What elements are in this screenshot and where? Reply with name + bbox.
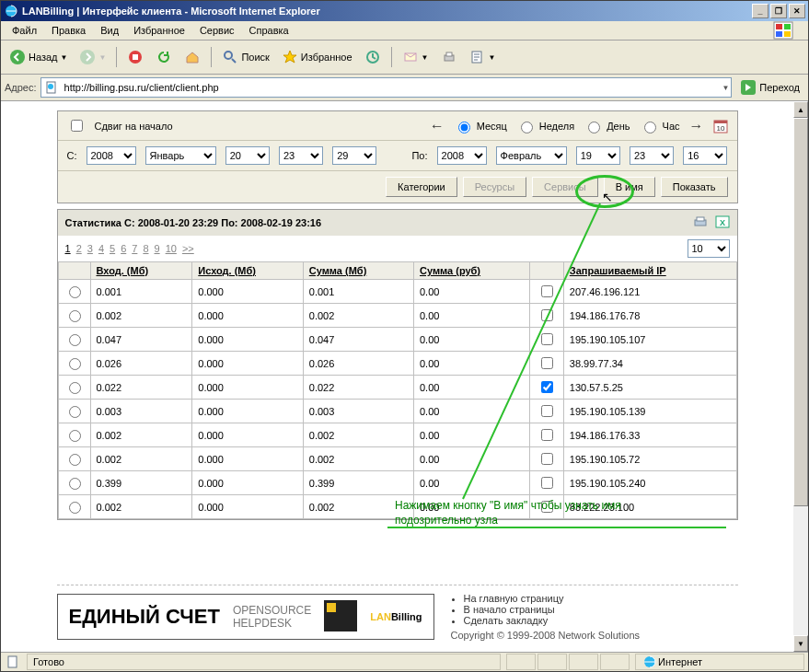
- row-checkbox[interactable]: [541, 405, 553, 417]
- row-checkbox[interactable]: [541, 357, 553, 369]
- period-week[interactable]: Неделя: [516, 119, 574, 133]
- url-input[interactable]: [63, 81, 720, 94]
- back-button[interactable]: Назад ▼: [5, 44, 72, 70]
- pager-link[interactable]: 2: [76, 243, 82, 254]
- to-month[interactable]: Февраль: [496, 146, 567, 165]
- next-arrow-icon[interactable]: →: [689, 118, 704, 134]
- dropdown-icon: ▼: [98, 53, 106, 62]
- from-hour[interactable]: 23: [279, 146, 323, 165]
- row-checkbox[interactable]: [541, 453, 553, 465]
- col-in[interactable]: Вход. (Мб): [90, 262, 192, 280]
- from-minute[interactable]: 29: [332, 146, 376, 165]
- pager-link[interactable]: 8: [143, 243, 148, 254]
- row-checkbox[interactable]: [541, 285, 553, 297]
- address-bar: Адрес: ▼ Переход: [1, 75, 808, 101]
- row-checkbox[interactable]: [541, 309, 553, 321]
- pager-link[interactable]: 5: [110, 243, 115, 254]
- scroll-down-icon[interactable]: ▼: [793, 635, 808, 652]
- services-button[interactable]: Сервисы: [532, 177, 598, 197]
- to-day[interactable]: 19: [576, 146, 620, 165]
- pager-link[interactable]: 1: [65, 243, 71, 254]
- row-radio[interactable]: [69, 334, 81, 346]
- col-sumrub[interactable]: Сумма (руб): [414, 262, 530, 280]
- row-radio[interactable]: [69, 454, 81, 466]
- svg-rect-29: [8, 656, 17, 667]
- calendar-icon[interactable]: 10: [713, 119, 728, 133]
- row-radio[interactable]: [69, 286, 81, 298]
- cell-in: 0.002: [90, 423, 192, 447]
- table-row: 0.0010.0000.0010.00207.46.196.121: [58, 280, 736, 304]
- menu-service[interactable]: Сервис: [192, 23, 242, 38]
- copyright: Copyright © 1999-2008 Network Solutions: [451, 630, 641, 641]
- edit-button[interactable]: ▼: [465, 44, 501, 70]
- scroll-up-icon[interactable]: ▲: [793, 101, 808, 118]
- shift-start-checkbox[interactable]: [71, 120, 83, 132]
- pager-link[interactable]: 9: [155, 243, 160, 254]
- excel-icon[interactable]: X: [715, 215, 730, 230]
- print-icon[interactable]: [693, 215, 708, 230]
- to-minute[interactable]: 16: [683, 146, 727, 165]
- col-summb[interactable]: Сумма (Мб): [303, 262, 413, 280]
- period-month[interactable]: Месяц: [454, 119, 507, 133]
- cell-sumrub: 0.00: [414, 471, 530, 495]
- row-checkbox[interactable]: [541, 381, 553, 393]
- row-radio[interactable]: [69, 406, 81, 418]
- menu-view[interactable]: Вид: [93, 23, 126, 38]
- row-radio[interactable]: [69, 358, 81, 370]
- pager-link[interactable]: 6: [121, 243, 126, 254]
- dropdown-icon[interactable]: ▼: [722, 84, 729, 92]
- from-year[interactable]: 2008: [87, 146, 136, 165]
- footer-link[interactable]: На главную страницу: [464, 593, 641, 604]
- favorites-button[interactable]: Избранное: [277, 44, 357, 70]
- to-name-button[interactable]: В имя: [604, 177, 655, 197]
- period-day[interactable]: День: [584, 119, 630, 133]
- search-button[interactable]: Поиск: [217, 44, 273, 70]
- stop-button[interactable]: [122, 44, 148, 70]
- pager-link[interactable]: 10: [166, 243, 177, 254]
- per-page-select[interactable]: 10: [688, 239, 730, 258]
- print-button[interactable]: [436, 44, 462, 70]
- row-checkbox[interactable]: [541, 429, 553, 441]
- menu-edit[interactable]: Правка: [44, 23, 93, 38]
- pager-link[interactable]: 7: [132, 243, 137, 254]
- row-radio[interactable]: [69, 478, 81, 490]
- minimize-button[interactable]: _: [752, 4, 769, 18]
- footer-link[interactable]: В начало страницы: [464, 604, 641, 615]
- period-hour[interactable]: Час: [640, 119, 680, 133]
- to-year[interactable]: 2008: [437, 146, 487, 165]
- to-hour[interactable]: 23: [630, 146, 674, 165]
- mail-button[interactable]: ▼: [398, 44, 433, 70]
- history-button[interactable]: [360, 44, 386, 70]
- pager-link[interactable]: >>: [182, 243, 194, 254]
- scrollbar-thumb[interactable]: [793, 118, 808, 506]
- prev-arrow-icon[interactable]: ←: [430, 118, 445, 134]
- row-radio[interactable]: [69, 502, 81, 514]
- from-day[interactable]: 20: [225, 146, 270, 165]
- row-radio[interactable]: [69, 382, 81, 394]
- show-button[interactable]: Показать: [661, 177, 728, 197]
- address-input-wrapper[interactable]: ▼: [40, 77, 733, 98]
- row-checkbox[interactable]: [541, 333, 553, 345]
- menu-help[interactable]: Справка: [242, 23, 296, 38]
- maximize-button[interactable]: ❐: [770, 4, 787, 18]
- menu-favorites[interactable]: Избранное: [126, 23, 192, 38]
- close-button[interactable]: ✕: [789, 4, 805, 18]
- col-ip[interactable]: Запрашиваемый IP: [563, 262, 736, 280]
- go-button[interactable]: Переход: [735, 77, 804, 98]
- row-checkbox[interactable]: [541, 477, 553, 489]
- from-label: С:: [67, 150, 77, 161]
- menu-file[interactable]: Файл: [5, 23, 44, 38]
- resources-button[interactable]: Ресурсы: [463, 177, 526, 197]
- vertical-scrollbar[interactable]: ▲ ▼: [793, 101, 808, 652]
- footer-link[interactable]: Сделать закладку: [464, 615, 641, 626]
- row-radio[interactable]: [69, 430, 81, 442]
- from-month[interactable]: Январь: [145, 146, 216, 165]
- categories-button[interactable]: Категории: [386, 177, 457, 197]
- pager-link[interactable]: 4: [98, 243, 104, 254]
- home-button[interactable]: [179, 44, 205, 70]
- col-out[interactable]: Исход. (Мб): [192, 262, 303, 280]
- pager-link[interactable]: 3: [87, 243, 93, 254]
- refresh-button[interactable]: [151, 44, 177, 70]
- row-radio[interactable]: [69, 310, 81, 322]
- forward-button[interactable]: ▼: [75, 44, 110, 70]
